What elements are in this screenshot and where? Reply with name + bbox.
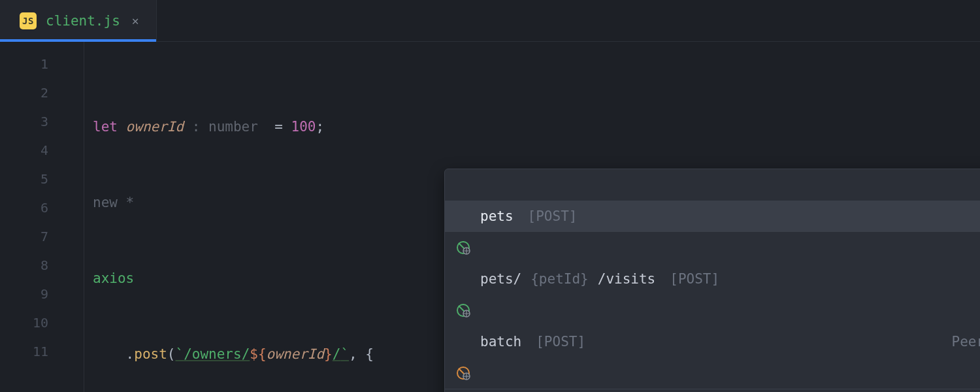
line-number: 7: [0, 222, 65, 251]
completion-item[interactable]: pets [POST]: [445, 201, 980, 232]
line-number: 5: [0, 165, 65, 193]
endpoint-icon: [455, 271, 471, 287]
completion-method: [POST]: [536, 334, 585, 350]
completion-method: [POST]: [670, 271, 719, 287]
line-number: 9: [0, 280, 65, 308]
code-area[interactable]: let ownerId : number = 100; new * axios …: [65, 42, 980, 392]
inlay-hint: new *: [93, 195, 134, 210]
completion-item[interactable]: pets/{petId}/visits [POST]: [445, 263, 980, 295]
endpoint-icon: [455, 334, 471, 350]
file-tab-clientjs[interactable]: JS client.js ✕: [0, 0, 157, 41]
line-number: 2: [0, 78, 65, 107]
completion-hint: Press Ctrl+. to choose the selected (or …: [445, 389, 980, 392]
line-number: 11: [0, 337, 65, 366]
code-completion-popup[interactable]: pets [POST] pets/{petId}/visits [POST] b…: [444, 169, 980, 392]
close-icon[interactable]: ✕: [129, 12, 142, 29]
endpoint-icon: [455, 208, 471, 224]
code-line: let ownerId : number = 100;: [93, 112, 980, 141]
completion-origin: PeerReplic: [952, 334, 980, 350]
tab-title: client.js: [46, 13, 120, 29]
line-number: 6: [0, 193, 65, 222]
line-number: 4: [0, 136, 65, 165]
line-number: 1: [0, 50, 65, 78]
completion-label: pets: [480, 208, 514, 224]
completion-method: [POST]: [528, 208, 578, 224]
code-editor[interactable]: 1 2 3 4 5 6 7 8 9 10 11 let ownerId : nu…: [0, 42, 980, 392]
line-number-gutter: 1 2 3 4 5 6 7 8 9 10 11: [0, 42, 65, 392]
line-number: 3: [0, 107, 65, 136]
tab-bar: JS client.js ✕: [0, 0, 980, 42]
completion-item[interactable]: batch [POST] PeerReplic: [445, 326, 980, 357]
completion-param: {petId}: [531, 271, 589, 287]
line-number: 8: [0, 251, 65, 280]
js-file-icon: JS: [20, 12, 37, 29]
line-number: 10: [0, 308, 65, 337]
